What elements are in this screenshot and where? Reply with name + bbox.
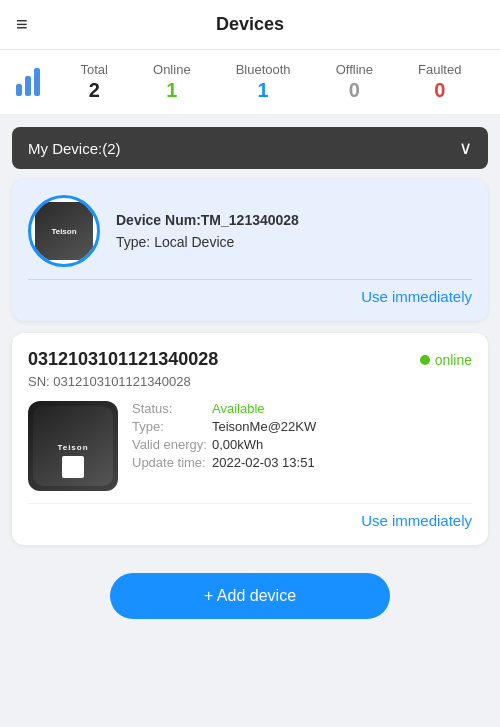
- type-detail-row: Type: TeisonMe@22KW: [132, 419, 472, 434]
- stat-total-value: 2: [89, 79, 100, 102]
- stats-items: Total 2 Online 1 Bluetooth 1 Offline 0 F…: [58, 62, 484, 102]
- header: ≡ Devices: [0, 0, 500, 50]
- stat-online: Online 1: [153, 62, 191, 102]
- sn-value: 0312103101121340028: [53, 374, 190, 389]
- online-device-image: Teison: [33, 406, 113, 486]
- online-use-immediately-link[interactable]: Use immediately: [28, 512, 472, 529]
- my-device-dropdown[interactable]: My Device:(2) ∨: [12, 127, 488, 169]
- menu-icon[interactable]: ≡: [16, 13, 28, 36]
- stat-online-label: Online: [153, 62, 191, 77]
- sn-label: SN:: [28, 374, 50, 389]
- stat-faulted: Faulted 0: [418, 62, 461, 102]
- device-num-label: Device Num:: [116, 212, 201, 228]
- device-type-value: Local Device: [154, 234, 234, 250]
- stat-bluetooth-label: Bluetooth: [236, 62, 291, 77]
- page-title: Devices: [216, 14, 284, 35]
- online-device-id: 0312103101121340028: [28, 349, 218, 370]
- energy-detail-label: Valid energy:: [132, 437, 212, 452]
- online-dot-icon: [420, 355, 430, 365]
- stat-offline-label: Offline: [336, 62, 373, 77]
- qr-code-icon: [62, 456, 84, 478]
- chevron-down-icon: ∨: [459, 137, 472, 159]
- online-device-body: Teison Status: Available Type: TeisonMe@…: [28, 401, 472, 491]
- status-detail-row: Status: Available: [132, 401, 472, 416]
- stat-bluetooth-value: 1: [258, 79, 269, 102]
- local-use-immediately-link[interactable]: Use immediately: [28, 288, 472, 305]
- local-device-card: Teison Device Num:TM_121340028 Type: Loc…: [12, 179, 488, 321]
- update-detail-label: Update time:: [132, 455, 212, 470]
- dropdown-label: My Device:(2): [28, 140, 121, 157]
- sn-row: SN: 0312103101121340028: [28, 374, 472, 389]
- device-num-value: TM_121340028: [201, 212, 299, 228]
- stat-offline-value: 0: [349, 79, 360, 102]
- update-detail-value: 2022-02-03 13:51: [212, 455, 315, 470]
- stat-faulted-label: Faulted: [418, 62, 461, 77]
- status-detail-label: Status:: [132, 401, 212, 416]
- update-detail-row: Update time: 2022-02-03 13:51: [132, 455, 472, 470]
- energy-detail-value: 0,00kWh: [212, 437, 263, 452]
- local-device-icon-circle: Teison: [28, 195, 100, 267]
- energy-detail-row: Valid energy: 0,00kWh: [132, 437, 472, 452]
- stat-bluetooth: Bluetooth 1: [236, 62, 291, 102]
- stat-offline: Offline 0: [336, 62, 373, 102]
- online-device-card: 0312103101121340028 online SN: 031210310…: [12, 333, 488, 545]
- stat-total-label: Total: [81, 62, 108, 77]
- local-device-content: Teison Device Num:TM_121340028 Type: Loc…: [28, 195, 472, 267]
- type-detail-label: Type:: [132, 419, 212, 434]
- card-divider-2: [28, 503, 472, 504]
- bar-chart-icon: [16, 68, 40, 96]
- online-device-brand: Teison: [57, 443, 88, 452]
- online-device-image-box: Teison: [28, 401, 118, 491]
- online-status-badge: online: [420, 352, 472, 368]
- device-num-row: Device Num:TM_121340028: [116, 212, 472, 228]
- local-device-image: Teison: [35, 202, 93, 260]
- stat-faulted-value: 0: [434, 79, 445, 102]
- type-detail-value: TeisonMe@22KW: [212, 419, 316, 434]
- online-status-label: online: [435, 352, 472, 368]
- stats-bar: Total 2 Online 1 Bluetooth 1 Offline 0 F…: [0, 50, 500, 115]
- add-device-button[interactable]: + Add device: [110, 573, 390, 619]
- stat-online-value: 1: [166, 79, 177, 102]
- online-device-header: 0312103101121340028 online: [28, 349, 472, 370]
- online-device-details: Status: Available Type: TeisonMe@22KW Va…: [132, 401, 472, 491]
- local-device-info: Device Num:TM_121340028 Type: Local Devi…: [116, 212, 472, 250]
- stat-total: Total 2: [81, 62, 108, 102]
- card-divider: [28, 279, 472, 280]
- local-device-brand: Teison: [51, 227, 76, 236]
- add-device-container: + Add device: [0, 557, 500, 643]
- device-type-label: Type:: [116, 234, 150, 250]
- device-type-row: Type: Local Device: [116, 234, 472, 250]
- status-detail-value: Available: [212, 401, 265, 416]
- cards-container: Teison Device Num:TM_121340028 Type: Loc…: [0, 169, 500, 557]
